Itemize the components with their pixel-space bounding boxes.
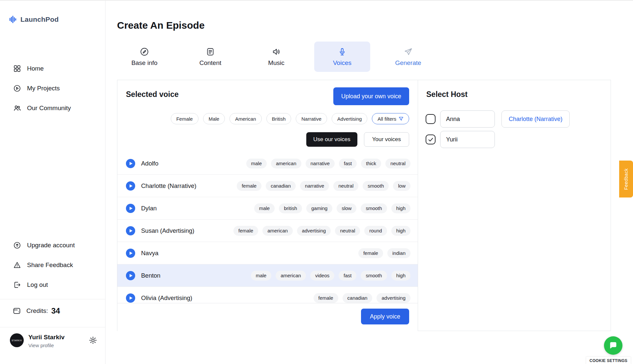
voice-tag: female — [233, 226, 258, 236]
host-name-field[interactable]: Anna — [440, 110, 495, 128]
sidebar-item-log-out[interactable]: Log out — [0, 275, 105, 295]
logout-icon — [13, 281, 21, 289]
credits-row: Credits: 34 — [0, 299, 105, 322]
voice-tag: smooth — [361, 203, 387, 213]
filter-chip[interactable]: American — [229, 113, 261, 124]
panels-container: Selected voice Upload your own voice Fem… — [117, 80, 611, 331]
chat-widget-button[interactable] — [604, 336, 622, 355]
waveform-logo-icon — [9, 15, 17, 24]
speaker-icon — [272, 47, 281, 56]
host-name-field[interactable]: Yurii — [440, 131, 495, 148]
filter-chip-row: FemaleMaleAmericanBritishNarrativeAdvert… — [171, 113, 409, 124]
filter-chip[interactable]: British — [266, 113, 291, 124]
voice-tag: gaming — [306, 203, 332, 213]
host-panel-title: Select Host — [426, 90, 467, 99]
credits-icon — [13, 307, 21, 315]
step-voices[interactable]: Voices — [314, 42, 370, 72]
voice-tag: fast — [339, 159, 357, 168]
voice-tag: advertising — [297, 226, 331, 236]
step-base-info[interactable]: Base info — [116, 42, 172, 72]
sidebar-item-upgrade-account[interactable]: Upgrade account — [0, 235, 105, 255]
voice-row[interactable]: Dylanmalebritishgamingslowsmoothhigh — [117, 197, 418, 220]
sidebar-item-share-feedback[interactable]: Share Feedback — [0, 255, 105, 275]
voice-tags: femaleamericanadvertisingneutralroundhig… — [233, 226, 410, 236]
sidebar-nav: Home My Projects Our Community — [0, 59, 105, 118]
voice-tag: smooth — [363, 181, 389, 191]
filter-chip[interactable]: Male — [203, 113, 225, 124]
sidebar-item-our-community[interactable]: Our Community — [0, 98, 105, 118]
voice-tag: female — [358, 248, 383, 258]
play-voice-button[interactable] — [126, 204, 135, 213]
filter-chip[interactable]: Advertising — [332, 113, 367, 124]
voice-tags: malebritishgamingslowsmoothhigh — [254, 203, 410, 213]
voice-row[interactable]: Bentonmaleamericanvideosfastsmoothhigh — [117, 264, 418, 287]
play-voice-button[interactable] — [126, 293, 135, 303]
play-voice-button[interactable] — [126, 181, 135, 191]
gear-icon[interactable] — [89, 336, 97, 346]
credits-label: Credits: — [26, 307, 48, 315]
step-generate[interactable]: Generate — [380, 42, 436, 72]
your-voices-button[interactable]: Your voices — [364, 132, 409, 147]
play-circle-icon — [13, 84, 21, 92]
voice-name: Charlotte (Narrative) — [141, 182, 196, 190]
voices-panel: Selected voice Upload your own voice Fem… — [117, 80, 418, 331]
sidebar-item-label: Home — [27, 65, 44, 72]
voice-tag: videos — [310, 271, 334, 281]
voice-tags: femalecanadiannarrativeneutralsmoothlow — [237, 181, 410, 191]
play-voice-button[interactable] — [126, 226, 135, 235]
voice-tag: male — [246, 159, 267, 168]
voice-source-toggle: Use our voices Your voices — [306, 132, 409, 147]
filter-chip[interactable]: Narrative — [296, 113, 327, 124]
sidebar-item-home[interactable]: Home — [0, 59, 105, 78]
filter-chip[interactable]: Female — [171, 113, 198, 124]
voice-tag: narrative — [300, 181, 329, 191]
all-filters-chip[interactable]: All filters — [372, 113, 409, 124]
step-label: Base info — [131, 59, 157, 67]
use-our-voices-button[interactable]: Use our voices — [306, 132, 357, 147]
host-row: Yurii — [426, 131, 495, 148]
voice-tag: neutral — [385, 159, 410, 168]
voice-tag: slow — [337, 203, 356, 213]
play-voice-button[interactable] — [126, 271, 135, 280]
voice-row[interactable]: Olivia (Advertising)femalecanadianadvert… — [117, 287, 418, 303]
voice-row[interactable]: Adolfomaleamericannarrativefastthickneut… — [117, 152, 418, 175]
sidebar-secondary-nav: Upgrade account Share Feedback Log ou — [0, 235, 105, 295]
step-label: Voices — [333, 59, 351, 67]
host-voice-button[interactable]: Charlotte (Narrative) — [501, 110, 570, 128]
app-logo: LaunchPod — [9, 15, 59, 24]
voice-tags: maleamericannarrativefastthickneutral — [246, 159, 410, 168]
voice-name: Navya — [141, 250, 158, 257]
voice-name: Dylan — [141, 205, 157, 212]
voice-tag: female — [237, 181, 261, 191]
voice-tag: high — [391, 226, 410, 236]
voice-tag: low — [393, 181, 410, 191]
upload-voice-button[interactable]: Upload your own voice — [333, 87, 409, 105]
apply-voice-button[interactable]: Apply voice — [361, 309, 409, 324]
host-panel: Select Host Anna Charlotte (Narrative) Y… — [418, 80, 611, 331]
play-voice-button[interactable] — [126, 159, 135, 168]
sidebar-item-my-projects[interactable]: My Projects — [0, 78, 105, 98]
alert-triangle-icon — [13, 261, 21, 269]
view-profile-link[interactable]: View profile — [28, 343, 65, 348]
voice-tag: neutral — [333, 181, 358, 191]
voice-tag: smooth — [361, 271, 387, 281]
voice-tag: advertising — [377, 293, 410, 303]
host-checkbox[interactable] — [426, 135, 436, 144]
avatar[interactable]: STARKIV — [10, 333, 24, 347]
cookie-settings-button[interactable]: COOKIE SETTINGS — [586, 357, 631, 364]
sidebar-item-label: My Projects — [27, 85, 60, 92]
voice-row[interactable]: Charlotte (Narrative)femalecanadiannarra… — [117, 175, 418, 197]
feedback-tab[interactable]: Feedback — [619, 161, 633, 197]
voice-tag: canadian — [343, 293, 373, 303]
arrow-up-circle-icon — [13, 241, 21, 249]
voice-row[interactable]: Navyafemaleindian — [117, 242, 418, 264]
voice-tags: maleamericanvideosfastsmoothhigh — [251, 271, 410, 281]
voice-tag: british — [279, 203, 302, 213]
step-content[interactable]: Content — [182, 42, 238, 72]
step-music[interactable]: Music — [248, 42, 304, 72]
host-checkbox[interactable] — [426, 114, 436, 124]
sidebar-item-label: Upgrade account — [27, 242, 75, 249]
microphone-icon — [338, 47, 347, 56]
play-voice-button[interactable] — [126, 249, 135, 258]
voice-row[interactable]: Susan (Advertising)femaleamericanadverti… — [117, 220, 418, 242]
